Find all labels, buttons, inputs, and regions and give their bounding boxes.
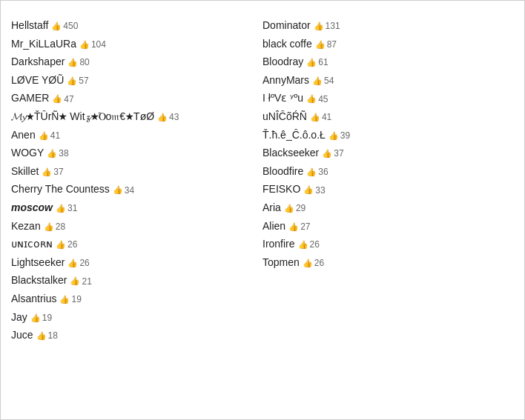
main-window: Hellstaff👍450Mr_KiLLaURa👍104Darkshaper👍8… [0, 0, 525, 420]
likes-count: 33 [315, 184, 325, 197]
nick-item: Blackseeker👍37 [262, 146, 514, 161]
thumbup-icon: 👍 [70, 276, 80, 287]
nick-name[interactable]: Ironfire [262, 237, 295, 252]
thumbup-icon: 👍 [30, 313, 41, 324]
thumbup-icon: 👍 [67, 258, 78, 269]
nick-name[interactable]: Darkshaper [11, 55, 65, 70]
nick-name[interactable]: Lightseeker [11, 256, 65, 270]
nick-name[interactable]: Skillet [11, 164, 39, 179]
nick-item: Skillet👍37 [11, 164, 262, 179]
nick-item: Lightseeker👍26 [11, 256, 262, 270]
likes-count: 104 [91, 39, 106, 51]
nick-item: Ť.ħ.ê_Ĉ.ô.o.Ł👍39 [262, 128, 514, 143]
nick-name[interactable]: Jay [11, 310, 27, 325]
nick-item: Cherry The Countess👍34 [11, 182, 262, 197]
nick-likes: 👍37 [322, 147, 343, 160]
nick-name[interactable]: black coffe [262, 37, 312, 52]
nick-item: Anen👍41 [11, 128, 262, 143]
nick-item: Hellstaff👍450 [11, 19, 262, 33]
nick-name[interactable]: Cherry The Countess [11, 182, 110, 197]
nick-name[interactable]: AnnyMars [262, 73, 309, 88]
thumbup-icon: 👍 [47, 148, 57, 159]
nick-likes: 👍450 [51, 20, 78, 33]
nick-name[interactable]: Hellstaff [11, 19, 48, 33]
nick-item: Darkshaper👍80 [11, 55, 262, 70]
thumbup-icon: 👍 [310, 112, 320, 123]
nick-likes: 👍37 [42, 166, 63, 179]
nick-likes: 👍34 [113, 184, 134, 197]
likes-count: 26 [310, 239, 320, 251]
nick-name[interactable]: moscow [11, 201, 53, 216]
nick-name[interactable]: Bloodray [262, 55, 303, 70]
likes-count: 34 [125, 184, 134, 197]
nick-name[interactable]: FEISKO [262, 182, 300, 197]
nick-likes: 👍31 [56, 202, 77, 215]
thumbup-icon: 👍 [314, 21, 324, 32]
likes-count: 41 [322, 111, 331, 124]
thumbup-icon: 👍 [288, 221, 299, 233]
nick-item: Alsantrius👍19 [11, 292, 262, 307]
nick-name[interactable]: Mr_KiLLaURa [11, 37, 76, 52]
nick-likes: 👍39 [328, 130, 350, 142]
nick-name[interactable]: Ť.ħ.ê_Ĉ.ô.o.Ł [262, 128, 326, 143]
nick-likes: 👍38 [47, 147, 68, 160]
nick-name[interactable]: Bloodfire [262, 164, 303, 179]
nick-name[interactable]: Dominator [262, 19, 311, 33]
thumbup-icon: 👍 [44, 221, 54, 233]
nick-name[interactable]: Blackseeker [262, 146, 319, 161]
likes-count: 450 [63, 20, 78, 33]
thumbup-icon: 👍 [298, 239, 308, 250]
nick-item: Jay👍19 [11, 310, 262, 325]
thumbup-icon: 👍 [56, 239, 66, 250]
nick-likes: 👍26 [303, 257, 324, 270]
likes-count: 43 [169, 111, 179, 124]
nick-likes: 👍29 [284, 202, 306, 215]
thumbup-icon: 👍 [284, 203, 294, 214]
nick-likes: 👍45 [306, 93, 328, 106]
nick-name[interactable]: Alien [262, 219, 285, 234]
nick-likes: 👍27 [288, 221, 310, 233]
nick-likes: 👍57 [67, 75, 88, 87]
likes-count: 54 [324, 75, 334, 87]
nick-likes: 👍47 [52, 93, 73, 106]
nick-item: uNÎĈõŔÑ👍41 [262, 110, 514, 124]
likes-count: 36 [318, 166, 328, 179]
nick-likes: 👍43 [157, 111, 179, 124]
likes-count: 26 [67, 239, 77, 251]
nick-likes: 👍41 [39, 130, 60, 142]
nick-name[interactable]: Blackstalker [11, 273, 67, 288]
thumbup-icon: 👍 [51, 21, 62, 32]
nick-name[interactable]: LØVE YØŨ [11, 73, 64, 88]
likes-count: 29 [296, 202, 306, 215]
thumbup-icon: 👍 [306, 93, 317, 104]
nick-name[interactable]: Aria [262, 201, 281, 216]
nick-item: Kezan👍28 [11, 219, 262, 234]
nick-name[interactable]: 𝓜𝔂★ŤÛrÑ★ Wit𝔃★Ꝺo𝔪€★TøØ [11, 110, 154, 124]
nick-item: Alien👍27 [262, 219, 514, 234]
nick-name[interactable]: uNÎĈõŔÑ [262, 110, 307, 124]
nick-name[interactable]: Juce [11, 328, 33, 343]
nick-name[interactable]: Alsantrius [11, 292, 56, 307]
likes-count: 27 [300, 221, 310, 233]
nick-name[interactable]: WOGY [11, 146, 44, 161]
thumbup-icon: 👍 [56, 203, 66, 214]
nick-item: Dominator👍131 [262, 19, 514, 33]
nick-item: black coffe👍87 [262, 37, 514, 52]
nick-likes: 👍61 [306, 56, 328, 69]
nick-likes: 👍18 [36, 330, 58, 342]
likes-count: 37 [53, 166, 63, 179]
nick-name[interactable]: I łºVɛ ʸºu [262, 91, 303, 106]
nick-item: FEISKO👍33 [262, 182, 514, 197]
nick-name[interactable]: Kezan [11, 219, 41, 234]
nick-name[interactable]: Topmen [262, 256, 300, 270]
nick-item: Bloodray👍61 [262, 55, 514, 70]
nick-name[interactable]: GAMER [11, 91, 49, 106]
thumbup-icon: 👍 [322, 148, 332, 159]
likes-count: 131 [326, 20, 340, 33]
left-column: Hellstaff👍450Mr_KiLLaURa👍104Darkshaper👍8… [11, 19, 262, 347]
nick-item: LØVE YØŨ👍57 [11, 73, 262, 88]
likes-count: 39 [340, 130, 350, 142]
nick-name[interactable]: ᴜɴɪᴄᴏʀɴ [11, 237, 53, 252]
nick-name[interactable]: Anen [11, 128, 36, 143]
nick-item: Juce👍18 [11, 328, 262, 343]
